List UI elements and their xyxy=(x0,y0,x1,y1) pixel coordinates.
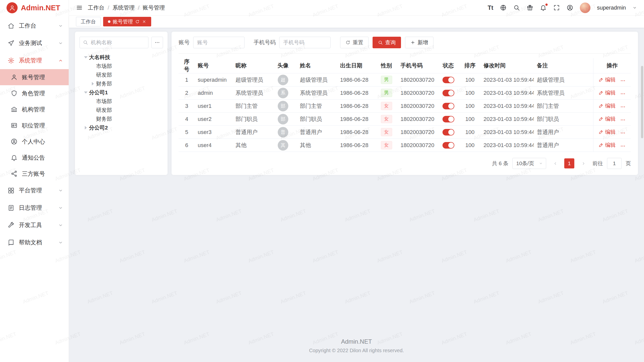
tree-node-label: 研发部 xyxy=(96,107,112,114)
sidebar-item-role-management[interactable]: 角色管理 xyxy=(0,85,69,101)
user-avatar[interactable] xyxy=(580,3,590,13)
profile-icon xyxy=(11,138,18,145)
cell-index: 5 xyxy=(179,126,195,139)
prev-page-button[interactable] xyxy=(550,158,560,168)
tree-node[interactable]: 市场部 xyxy=(79,97,163,106)
edit-button[interactable]: 编辑 xyxy=(598,128,616,135)
breadcrumb-item-workbench[interactable]: 工作台 xyxy=(88,4,104,12)
tree-node[interactable]: 分公司1 xyxy=(79,88,163,97)
sidebar-item-workbench[interactable]: 工作台 xyxy=(0,17,69,34)
sidebar-item-label: 系统管理 xyxy=(19,57,42,64)
more-options-button[interactable] xyxy=(151,37,163,48)
gift-icon[interactable] xyxy=(527,4,533,11)
font-size-icon[interactable]: Tt xyxy=(488,4,493,11)
more-actions-button[interactable] xyxy=(620,143,626,149)
tree-node[interactable]: 市场部 xyxy=(79,62,163,70)
cell-modified: 2023-01-03 10:59:44 xyxy=(480,113,534,126)
status-toggle[interactable] xyxy=(442,142,454,149)
sidebar-item-log-management[interactable]: 日志管理 xyxy=(0,199,69,216)
org-search-input[interactable] xyxy=(79,37,148,48)
sidebar-item-position-management[interactable]: 职位管理 xyxy=(0,117,69,133)
sidebar-item-platform-management[interactable]: 平台管理 xyxy=(0,182,69,199)
account-input[interactable] xyxy=(193,37,245,48)
tab-workbench[interactable]: 工作台 xyxy=(76,17,101,26)
bell-icon[interactable] xyxy=(540,4,547,11)
sidebar-item-help-docs[interactable]: 帮助文档 xyxy=(0,234,69,251)
table-row: 6user4其他其其他1986-06-28女180200307201002023… xyxy=(179,139,631,152)
sidebar-item-label: 个人中心 xyxy=(22,138,45,146)
status-toggle[interactable] xyxy=(442,103,454,109)
edit-button[interactable]: 编辑 xyxy=(598,102,616,109)
next-page-button[interactable] xyxy=(578,158,588,168)
sidebar-item-thirdparty-account[interactable]: 三方账号 xyxy=(0,166,69,182)
cell-action: 编辑 xyxy=(593,126,631,139)
status-toggle[interactable] xyxy=(442,90,454,96)
tree-node[interactable]: 财务部 xyxy=(79,114,163,123)
column-header-account: 账号 xyxy=(195,58,232,73)
sidebar-item-system-management[interactable]: 系统管理 xyxy=(0,52,69,69)
reset-button[interactable]: 重置 xyxy=(340,37,369,48)
close-icon[interactable] xyxy=(142,19,146,24)
sidebar-item-dev-tools[interactable]: 开发工具 xyxy=(0,216,69,234)
caret-right-icon[interactable] xyxy=(83,126,89,129)
sidebar-item-org-management[interactable]: 机构管理 xyxy=(0,101,69,117)
phone-input[interactable] xyxy=(279,37,331,48)
status-toggle[interactable] xyxy=(442,77,454,83)
more-actions-button[interactable] xyxy=(620,130,626,136)
search-icon[interactable] xyxy=(513,4,520,11)
sidebar-item-personal-center[interactable]: 个人中心 xyxy=(0,133,69,150)
cell-nickname: 系统管理员 xyxy=(232,86,269,100)
edit-button[interactable]: 编辑 xyxy=(598,115,616,122)
chevron-down-icon[interactable] xyxy=(632,6,637,10)
cell-remark: 超级管理员 xyxy=(534,73,593,86)
person-icon[interactable] xyxy=(567,4,573,11)
fullscreen-icon[interactable] xyxy=(553,4,560,11)
caret-down-icon[interactable] xyxy=(83,92,89,94)
status-toggle[interactable] xyxy=(442,129,454,135)
tabbar: 工作台 账号管理 xyxy=(69,16,644,28)
sidebar-item-business-test[interactable]: 业务测试 xyxy=(0,34,69,52)
more-actions-button[interactable] xyxy=(620,104,626,110)
breadcrumb-item-system[interactable]: 系统管理 xyxy=(112,4,135,12)
tree-node[interactable]: 大名科技 xyxy=(79,53,163,62)
search-button[interactable]: 查询 xyxy=(373,37,401,48)
bank-icon xyxy=(11,106,18,113)
edit-label: 编辑 xyxy=(605,76,616,83)
username[interactable]: superadmin xyxy=(597,5,626,11)
scrollbar-thumb[interactable] xyxy=(641,66,643,138)
cell-gender: 女 xyxy=(375,139,397,152)
tree-node-label: 市场部 xyxy=(96,63,112,70)
more-actions-button[interactable] xyxy=(620,78,626,83)
edit-button[interactable]: 编辑 xyxy=(598,89,616,96)
edit-button[interactable]: 编辑 xyxy=(598,142,616,149)
goto-page-input[interactable] xyxy=(607,158,622,169)
edit-icon xyxy=(598,77,603,82)
cell-birthday: 1986-06-28 xyxy=(337,126,375,139)
app-title: Admin.NET xyxy=(21,4,60,12)
globe-icon[interactable] xyxy=(500,4,507,11)
tree-node[interactable]: 财务部 xyxy=(79,79,163,88)
tab-account-management[interactable]: 账号管理 xyxy=(103,17,151,26)
sidebar-item-label: 三方账号 xyxy=(22,170,45,178)
query-form: 账号 手机号码 重置 查询 xyxy=(179,37,631,54)
status-toggle[interactable] xyxy=(442,116,454,122)
cell-remark: 部门主管 xyxy=(534,100,593,113)
edit-button[interactable]: 编辑 xyxy=(598,76,616,83)
page-size-select[interactable]: 10条/页 xyxy=(512,158,546,169)
toggle-knob xyxy=(448,90,454,96)
tree-node[interactable]: 研发部 xyxy=(79,106,163,114)
add-button[interactable]: 新增 xyxy=(405,37,433,48)
refresh-icon[interactable] xyxy=(135,19,140,24)
wrench-icon xyxy=(8,222,15,229)
hamburger-icon[interactable] xyxy=(76,4,83,11)
more-actions-button[interactable] xyxy=(620,117,626,123)
sidebar-item-notice[interactable]: 通知公告 xyxy=(0,150,69,166)
more-actions-button[interactable] xyxy=(620,91,626,97)
caret-down-icon[interactable] xyxy=(83,56,89,58)
app-logo[interactable]: Admin.NET xyxy=(0,0,69,16)
sidebar-item-account-management[interactable]: 账号管理 xyxy=(0,69,69,85)
tree-node[interactable]: 分公司2 xyxy=(79,123,163,132)
page-number-button[interactable]: 1 xyxy=(564,158,574,168)
caret-right-icon[interactable] xyxy=(90,82,96,85)
tree-node[interactable]: 研发部 xyxy=(79,70,163,79)
